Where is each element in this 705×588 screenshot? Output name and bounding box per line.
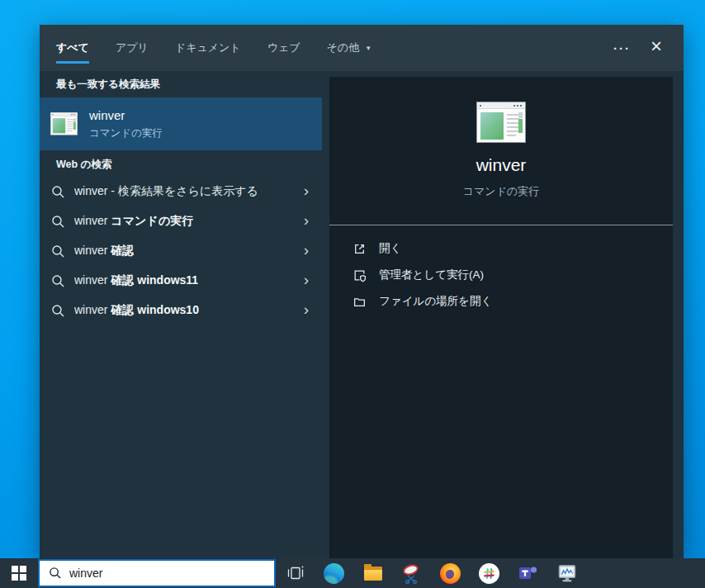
taskbar-item-firefox[interactable] [431, 558, 470, 588]
task-view-icon [286, 564, 305, 582]
suggestion-row[interactable]: winver 確認 › [40, 236, 322, 266]
best-match-result-winver[interactable]: winver コマンドの実行 [40, 97, 322, 150]
action-run-as-admin-label: 管理者として実行(A) [379, 268, 484, 282]
winver-app-icon [50, 112, 78, 136]
taskbar-item-file-explorer[interactable] [353, 558, 392, 588]
search-icon [51, 274, 65, 288]
suggestion-row[interactable]: winver コマンドの実行 › [40, 206, 322, 236]
web-search-suggestions: winver - 検索結果をさらに表示する › winver コマンドの実行 ›… [40, 177, 322, 325]
tab-apps-label: アプリ [116, 40, 149, 55]
preview-subtitle: コマンドの実行 [329, 184, 673, 199]
search-filter-bar: すべて アプリ ドキュメント ウェブ その他 ▼ ··· × [40, 25, 684, 71]
file-explorer-icon [362, 563, 384, 583]
search-icon [49, 567, 62, 580]
search-icon [51, 244, 65, 258]
tab-documents-label: ドキュメント [175, 40, 241, 55]
snipping-tool-icon [401, 562, 423, 584]
search-icon [51, 215, 65, 229]
task-view-button[interactable] [276, 558, 315, 588]
slack-icon [479, 563, 499, 584]
taskbar-item-snipping-tool[interactable] [392, 558, 431, 588]
suggestion-text: winver コマンドの実行 [74, 214, 193, 229]
tab-web-label: ウェブ [267, 40, 300, 55]
action-run-as-admin[interactable]: 管理者として実行(A) [329, 262, 673, 288]
result-subtitle: コマンドの実行 [89, 126, 163, 140]
chevron-down-icon: ▼ [365, 45, 371, 52]
suggestion-row[interactable]: winver 確認 windows11 › [40, 266, 322, 296]
taskbar-search-input[interactable] [69, 567, 251, 580]
suggestion-text: winver - 検索結果をさらに表示する [74, 184, 258, 199]
action-open-label: 開く [379, 241, 401, 256]
tab-more-label: その他 [327, 40, 360, 55]
web-search-section-title: Web の検索 [56, 158, 111, 172]
chevron-right-icon[interactable]: › [304, 212, 309, 230]
taskbar-icons [276, 558, 586, 588]
suggestion-row[interactable]: winver 確認 windows10 › [40, 296, 322, 325]
suggestion-text: winver 確認 windows11 [74, 273, 198, 288]
chevron-right-icon[interactable]: › [304, 272, 309, 290]
edge-icon [324, 563, 344, 584]
tab-documents[interactable]: ドキュメント [175, 25, 241, 71]
suggestion-text: winver 確認 windows10 [74, 303, 199, 318]
action-open[interactable]: 開く [329, 235, 673, 262]
start-button[interactable] [0, 558, 38, 588]
run-as-admin-icon [352, 268, 367, 282]
winver-app-icon-large [476, 102, 526, 143]
windows-logo-icon [12, 566, 26, 581]
chevron-right-icon[interactable]: › [304, 301, 309, 320]
taskbar [0, 558, 705, 588]
tab-all-label: すべて [56, 40, 89, 55]
tab-all[interactable]: すべて [56, 25, 89, 71]
search-filter-tabs: すべて アプリ ドキュメント ウェブ その他 ▼ [56, 25, 371, 71]
close-icon[interactable]: × [649, 36, 664, 59]
chevron-right-icon[interactable]: › [304, 183, 309, 201]
task-manager-icon [556, 562, 578, 584]
taskbar-item-slack[interactable] [470, 558, 509, 588]
search-icon [51, 185, 65, 199]
taskbar-item-edge[interactable] [315, 558, 353, 588]
firefox-icon [440, 563, 461, 584]
search-icon [51, 304, 65, 318]
action-open-file-location-label: ファイルの場所を開く [379, 294, 492, 309]
suggestion-row[interactable]: winver - 検索結果をさらに表示する › [40, 177, 322, 206]
tab-apps[interactable]: アプリ [116, 25, 149, 71]
action-open-file-location[interactable]: ファイルの場所を開く [329, 288, 673, 315]
tab-more[interactable]: その他 ▼ [327, 25, 372, 71]
open-icon [352, 242, 367, 256]
more-options-icon[interactable]: ··· [612, 39, 632, 58]
teams-icon [518, 563, 539, 583]
tab-web[interactable]: ウェブ [267, 25, 300, 71]
result-title: winver [89, 108, 125, 122]
suggestion-text: winver 確認 [74, 244, 134, 258]
open-file-location-icon [352, 295, 367, 309]
taskbar-search-box[interactable] [38, 559, 276, 587]
preview-pane: winver コマンドの実行 開く 管理者とし [329, 77, 673, 558]
search-flyout: すべて アプリ ドキュメント ウェブ その他 ▼ ··· × [40, 25, 684, 558]
taskbar-item-teams[interactable] [509, 558, 547, 588]
preview-actions: 開く 管理者として実行(A) ファイルの場所を開く [329, 235, 673, 315]
best-match-section-title: 最も一致する検索結果 [56, 78, 160, 92]
divider [329, 225, 673, 225]
desktop: すべて アプリ ドキュメント ウェブ その他 ▼ ··· × [0, 0, 705, 588]
chevron-right-icon[interactable]: › [304, 242, 309, 260]
taskbar-item-task-manager[interactable] [547, 558, 586, 588]
preview-title: winver [329, 155, 673, 175]
